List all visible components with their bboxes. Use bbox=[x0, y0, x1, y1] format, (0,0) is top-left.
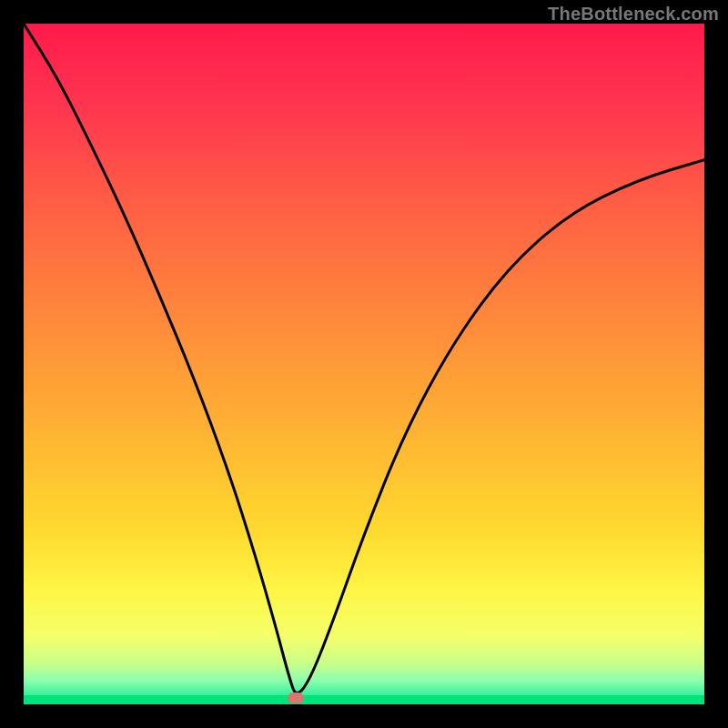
watermark-text: TheBottleneck.com bbox=[548, 4, 719, 25]
chart-frame: TheBottleneck.com bbox=[0, 0, 728, 728]
plot-area bbox=[24, 24, 704, 704]
minimum-marker bbox=[288, 693, 304, 703]
bottleneck-curve bbox=[24, 24, 704, 704]
